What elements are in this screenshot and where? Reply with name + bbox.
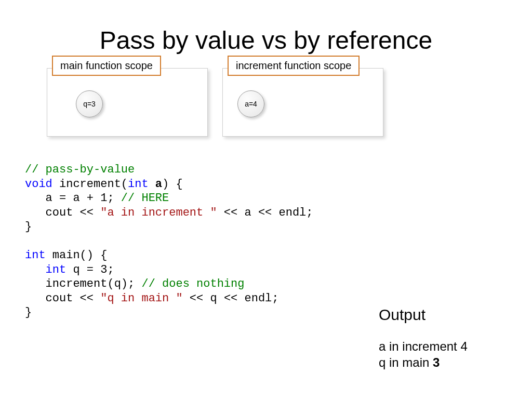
code-text: increment(q);	[25, 277, 141, 290]
code-text: main() {	[46, 249, 108, 262]
variable-a: a=4	[237, 90, 264, 117]
increment-scope-body: a=4	[222, 68, 383, 137]
code-keyword: int	[46, 263, 66, 276]
code-keyword: void	[25, 178, 52, 191]
variable-q: q=3	[76, 90, 103, 117]
code-param: a	[155, 178, 162, 191]
code-text: << q << endl;	[183, 292, 279, 305]
code-text: cout <<	[25, 206, 100, 219]
code-keyword: int	[128, 178, 149, 191]
main-scope-box: main function scope q=3	[47, 65, 208, 137]
output-title: Output	[379, 306, 509, 324]
code-text: ) {	[162, 178, 183, 191]
code-comment: // HERE	[121, 192, 169, 205]
code-block: // pass-by-value void increment(int a) {…	[25, 163, 532, 320]
output-line-2: q in main 3	[379, 354, 509, 370]
code-comment: // pass-by-value	[25, 163, 135, 176]
code-text: cout <<	[25, 292, 100, 305]
output-line-1: a in increment 4	[379, 338, 509, 354]
output-text: q in main	[379, 355, 433, 369]
increment-scope-box: increment function scope a=4	[222, 65, 383, 137]
scope-diagram: main function scope q=3 increment functi…	[47, 65, 532, 137]
increment-scope-label: increment function scope	[228, 56, 360, 76]
code-text: << a << endl;	[217, 206, 313, 219]
code-text	[149, 178, 155, 191]
slide-title: Pass by value vs by reference	[0, 26, 532, 55]
main-scope-label: main function scope	[52, 56, 161, 76]
code-string: "q in main "	[100, 292, 182, 305]
output-block: Output a in increment 4 q in main 3	[379, 306, 509, 370]
code-text: }	[25, 306, 32, 319]
code-string: "a in increment "	[100, 206, 217, 219]
output-value: 3	[433, 355, 440, 369]
code-text: }	[25, 220, 32, 233]
code-text: a = a + 1;	[25, 192, 121, 205]
code-text: increment(	[52, 178, 128, 191]
code-text: q = 3;	[66, 263, 114, 276]
code-text	[25, 263, 46, 276]
code-comment: // does nothing	[141, 277, 244, 290]
code-keyword: int	[25, 249, 46, 262]
main-scope-body: q=3	[47, 68, 208, 137]
